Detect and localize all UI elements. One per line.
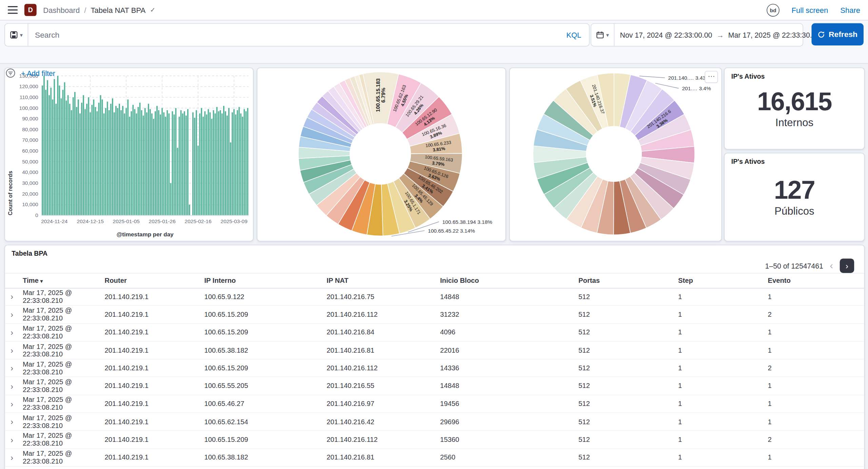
histogram-bar[interactable] <box>215 113 216 215</box>
expand-row-button[interactable]: › <box>5 328 23 336</box>
histogram-bar[interactable] <box>93 99 94 215</box>
column-header-router[interactable]: Router <box>105 277 204 285</box>
histogram-bar[interactable] <box>218 111 219 215</box>
saved-query-button[interactable]: ▾ <box>5 24 28 46</box>
histogram-bar[interactable] <box>175 108 177 215</box>
histogram-bar[interactable] <box>55 104 57 215</box>
histogram-bar[interactable] <box>151 113 153 215</box>
next-page-button[interactable]: › <box>840 258 854 273</box>
histogram-bar[interactable] <box>74 92 76 215</box>
space-avatar[interactable]: D <box>24 4 37 16</box>
histogram-bar[interactable] <box>54 79 55 215</box>
histogram-bar[interactable] <box>120 110 122 215</box>
histogram-bar[interactable] <box>221 113 223 215</box>
histogram-bar[interactable] <box>45 90 46 215</box>
histogram-bar[interactable] <box>163 112 164 215</box>
expand-row-button[interactable]: › <box>5 417 23 426</box>
column-header-portas[interactable]: Portas <box>578 277 678 285</box>
org-logo-icon[interactable]: bd <box>767 4 780 17</box>
prev-page-button[interactable]: ‹ <box>830 261 833 271</box>
histogram-bar[interactable] <box>76 107 77 215</box>
histogram-bar[interactable] <box>146 112 147 215</box>
expand-row-button[interactable]: › <box>5 346 23 354</box>
histogram-bar[interactable] <box>204 111 205 215</box>
histogram-bar[interactable] <box>64 82 65 215</box>
histogram-bar[interactable] <box>117 108 118 215</box>
histogram-bar[interactable] <box>174 115 175 216</box>
histogram-bar[interactable] <box>202 117 204 215</box>
histogram-bar[interactable] <box>110 104 112 215</box>
histogram-bar[interactable] <box>206 115 208 216</box>
share-link[interactable]: Share <box>840 6 860 14</box>
expand-row-button[interactable]: › <box>5 310 23 318</box>
histogram-bar[interactable] <box>125 108 127 215</box>
search-input[interactable] <box>28 31 558 39</box>
histogram-bar[interactable] <box>223 106 224 215</box>
date-range-picker[interactable]: ▾ Nov 17, 2024 @ 22:33:00.00 → Mar 17, 2… <box>591 23 803 47</box>
histogram-bar[interactable] <box>78 99 79 215</box>
histogram-bar[interactable] <box>210 112 211 215</box>
histogram-bar[interactable] <box>73 97 74 215</box>
histogram-bar[interactable] <box>160 115 161 216</box>
histogram-bar[interactable] <box>47 80 48 215</box>
histogram-bar[interactable] <box>95 107 96 215</box>
histogram-bar[interactable] <box>136 113 137 215</box>
histogram-bar[interactable] <box>115 106 117 215</box>
histogram-bar[interactable] <box>139 103 141 215</box>
histogram-bar[interactable] <box>240 113 241 215</box>
histogram-bar[interactable] <box>91 105 93 215</box>
histogram-bar[interactable] <box>114 112 115 215</box>
histogram-bar[interactable] <box>213 110 214 215</box>
column-header-ip-nat[interactable]: IP NAT <box>327 277 440 285</box>
histogram-bar[interactable] <box>177 148 178 215</box>
histogram-bar[interactable] <box>225 111 226 215</box>
column-header-inicio-bloco[interactable]: Inicio Bloco <box>440 277 578 285</box>
histogram-bar[interactable] <box>66 100 67 215</box>
histogram-bar[interactable] <box>226 116 228 215</box>
histogram-bar[interactable] <box>50 87 52 215</box>
histogram-bar[interactable] <box>172 111 173 215</box>
histogram-bar[interactable] <box>166 110 168 215</box>
column-header-evento[interactable]: Evento <box>768 277 864 285</box>
histogram-bar[interactable] <box>81 103 82 215</box>
kql-button[interactable]: KQL <box>558 31 589 39</box>
histogram-bar[interactable] <box>187 109 189 215</box>
histogram-bar[interactable] <box>165 117 166 215</box>
histogram-bar[interactable] <box>71 110 72 215</box>
records-histogram-chart[interactable]: 2024-11-242024-12-152025-01-052025-01-26… <box>5 68 253 241</box>
histogram-bar[interactable] <box>141 110 142 215</box>
histogram-bar[interactable] <box>237 110 238 215</box>
histogram-bar[interactable] <box>233 109 235 215</box>
histogram-bar[interactable] <box>168 113 170 215</box>
histogram-bar[interactable] <box>61 98 62 215</box>
histogram-bar[interactable] <box>57 76 58 215</box>
histogram-bar[interactable] <box>144 108 146 215</box>
expand-row-button[interactable]: › <box>5 292 23 300</box>
histogram-bar[interactable] <box>59 85 60 215</box>
histogram-bar[interactable] <box>88 97 89 215</box>
histogram-bar[interactable] <box>170 183 172 215</box>
refresh-button[interactable]: Refresh <box>811 23 863 45</box>
histogram-bar[interactable] <box>83 95 84 215</box>
histogram-bar[interactable] <box>180 110 182 215</box>
add-filter-link[interactable]: + Add filter <box>21 69 55 77</box>
query-bar[interactable]: ▾ KQL <box>4 23 590 47</box>
histogram-bar[interactable] <box>232 112 233 215</box>
histogram-bar[interactable] <box>197 145 199 215</box>
histogram-bar[interactable] <box>48 95 50 215</box>
histogram-bar[interactable] <box>108 110 110 215</box>
histogram-bar[interactable] <box>69 104 71 215</box>
histogram-bar[interactable] <box>134 109 136 215</box>
histogram-bar[interactable] <box>127 99 129 215</box>
histogram-bar[interactable] <box>244 109 245 215</box>
column-header-time[interactable]: Time▾ <box>23 277 105 285</box>
histogram-bar[interactable] <box>97 111 98 215</box>
histogram-bar[interactable] <box>211 119 213 215</box>
histogram-bar[interactable] <box>153 119 154 215</box>
filter-icon[interactable] <box>5 68 15 78</box>
histogram-bar[interactable] <box>189 204 190 215</box>
panel-options-icon[interactable]: ⋯ <box>705 71 718 83</box>
histogram-bar[interactable] <box>86 104 87 215</box>
expand-row-button[interactable]: › <box>5 453 23 462</box>
histogram-bar[interactable] <box>100 95 101 215</box>
